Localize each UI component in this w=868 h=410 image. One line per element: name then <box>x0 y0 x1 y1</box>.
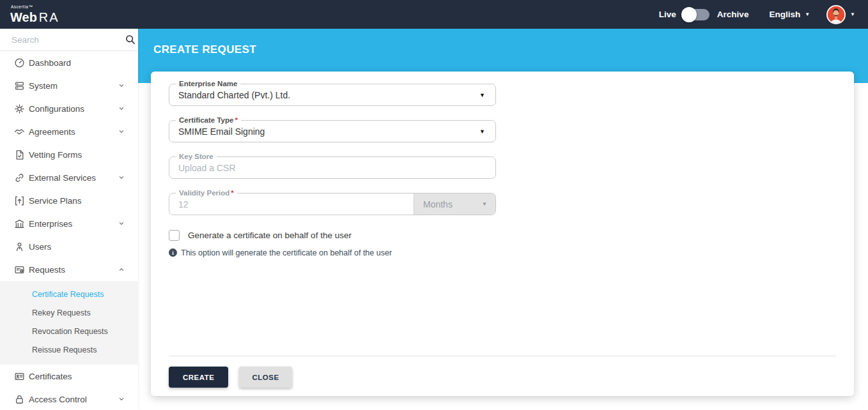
key-store-label: Key Store <box>176 152 217 161</box>
certificate-type-field[interactable]: Certificate Type* SMIME Email Signing ▼ <box>169 120 496 142</box>
create-request-card: Enterprise Name Standard Charted (Pvt.) … <box>151 72 854 396</box>
close-button[interactable]: CLOSE <box>239 367 291 388</box>
sidebar-item-external-services[interactable]: External Services <box>0 166 138 189</box>
create-button[interactable]: CREATE <box>169 367 228 388</box>
users-icon <box>14 241 25 252</box>
sidebar-item-label: Users <box>29 242 51 252</box>
sidebar-subitem-reissue-requests[interactable]: Reissue Requests <box>0 341 138 360</box>
generate-checkbox[interactable] <box>169 230 180 241</box>
sidebar: Dashboard System Configurations Agreemen… <box>0 29 138 410</box>
sidebar-item-label: External Services <box>29 173 96 183</box>
chevron-down-icon <box>118 174 125 181</box>
sidebar-item-certificates[interactable]: Certificates <box>0 365 138 388</box>
sidebar-subitem-rekey-requests[interactable]: Rekey Requests <box>0 304 138 323</box>
search-icon[interactable] <box>125 34 136 45</box>
sidebar-subitem-certificate-requests[interactable]: Certificate Requests <box>0 285 138 304</box>
sidebar-item-label: Enterprises <box>29 219 72 229</box>
dashboard-icon <box>14 57 25 68</box>
certificates-icon <box>14 371 25 382</box>
sidebar-item-label: Access Control <box>29 395 87 404</box>
external-services-icon <box>14 172 25 183</box>
chevron-down-icon <box>118 220 125 227</box>
chevron-down-icon <box>118 128 125 135</box>
validity-period-value: 12 <box>169 199 414 209</box>
sidebar-item-label: Vetting Forms <box>29 150 82 160</box>
enterprise-name-field[interactable]: Enterprise Name Standard Charted (Pvt.) … <box>169 84 496 106</box>
required-asterisk: * <box>235 116 237 124</box>
chevron-down-icon <box>118 82 125 89</box>
dropdown-caret-icon: ▼ <box>482 202 487 207</box>
toggle-knob-icon <box>681 7 697 22</box>
brand-logo[interactable]: Ascertia™ WebRA <box>10 5 59 24</box>
sidebar-item-configurations[interactable]: Configurations <box>0 97 138 120</box>
brand-ascertia: Ascertia™ <box>11 5 59 10</box>
sidebar-item-service-plans[interactable]: Service Plans <box>0 189 138 212</box>
avatar <box>826 5 846 24</box>
generate-checkbox-row: Generate a certificate on behalf of the … <box>169 229 836 241</box>
language-label: English <box>769 10 800 19</box>
sidebar-item-requests[interactable]: Requests <box>0 258 138 281</box>
top-bar: Ascertia™ WebRA Live Archive English ▼ <box>0 0 868 29</box>
dropdown-caret-icon: ▼ <box>479 92 485 98</box>
enterprises-icon <box>14 218 25 229</box>
live-label: Live <box>659 10 676 19</box>
divider <box>169 356 836 356</box>
sidebar-item-label: Configurations <box>29 104 84 114</box>
sidebar-item-access-control[interactable]: Access Control <box>0 388 138 410</box>
button-row: CREATE CLOSE <box>169 367 836 388</box>
sidebar-item-users[interactable]: Users <box>0 235 138 258</box>
generate-checkbox-label: Generate a certificate on behalf of the … <box>188 231 352 240</box>
info-text: This option will generate the certificat… <box>181 248 392 257</box>
sidebar-item-enterprises[interactable]: Enterprises <box>0 212 138 235</box>
validity-period-field[interactable]: Validity Period* 12 Months ▼ <box>169 193 496 215</box>
dropdown-caret-icon: ▼ <box>479 128 485 135</box>
key-store-field[interactable]: Key Store Upload a CSR <box>169 156 496 179</box>
sidebar-item-label: Service Plans <box>29 196 82 206</box>
info-icon: i <box>169 248 177 257</box>
sidebar-item-label: Dashboard <box>29 58 71 68</box>
system-icon <box>14 80 25 91</box>
search-input[interactable] <box>12 35 125 45</box>
archive-label: Archive <box>717 10 749 19</box>
page-title: CREATE REQUEST <box>153 43 256 56</box>
user-menu[interactable]: ▼ <box>826 5 855 24</box>
main-content: CREATE REQUEST Enterprise Name Standard … <box>138 29 868 410</box>
requests-submenu: Certificate Requests Rekey Requests Revo… <box>0 281 138 365</box>
certificate-type-label: Certificate Type* <box>176 116 241 125</box>
configurations-icon <box>14 103 25 114</box>
info-row: i This option will generate the certific… <box>169 248 836 257</box>
sidebar-item-label: System <box>29 81 58 91</box>
required-asterisk: * <box>231 189 233 197</box>
chevron-up-icon <box>118 266 125 273</box>
sidebar-search <box>0 29 138 51</box>
topbar-right: Live Archive English ▼ ▼ <box>659 5 855 24</box>
key-store-placeholder: Upload a CSR <box>169 163 495 173</box>
language-dropdown[interactable]: English ▼ <box>769 10 810 19</box>
service-plans-icon <box>14 195 25 206</box>
caret-down-icon: ▼ <box>805 12 810 17</box>
validity-unit-value: Months <box>414 199 482 209</box>
sidebar-item-dashboard[interactable]: Dashboard <box>0 51 138 74</box>
spacer <box>169 257 836 356</box>
sidebar-item-system[interactable]: System <box>0 74 138 97</box>
caret-down-icon: ▼ <box>850 12 855 17</box>
brand-webra: WebRA <box>10 11 59 24</box>
validity-period-label: Validity Period* <box>176 188 237 197</box>
validity-unit-select[interactable]: Months ▼ <box>414 194 495 215</box>
sidebar-item-label: Certificates <box>29 372 72 381</box>
sidebar-item-vetting-forms[interactable]: Vetting Forms <box>0 143 138 166</box>
certificate-type-value: SMIME Email Signing <box>169 126 479 137</box>
requests-icon <box>14 264 25 275</box>
live-archive-toggle[interactable] <box>683 9 709 20</box>
sidebar-item-label: Agreements <box>29 127 75 137</box>
enterprise-name-value: Standard Charted (Pvt.) Ltd. <box>169 90 479 100</box>
sidebar-item-label: Requests <box>29 265 65 275</box>
access-control-icon <box>14 394 25 405</box>
chevron-down-icon <box>118 395 125 403</box>
enterprise-name-label: Enterprise Name <box>176 79 240 88</box>
sidebar-item-agreements[interactable]: Agreements <box>0 120 138 143</box>
agreements-icon <box>14 126 25 137</box>
vetting-forms-icon <box>14 149 25 160</box>
sidebar-subitem-revocation-requests[interactable]: Revocation Requests <box>0 323 138 341</box>
chevron-down-icon <box>118 105 125 112</box>
